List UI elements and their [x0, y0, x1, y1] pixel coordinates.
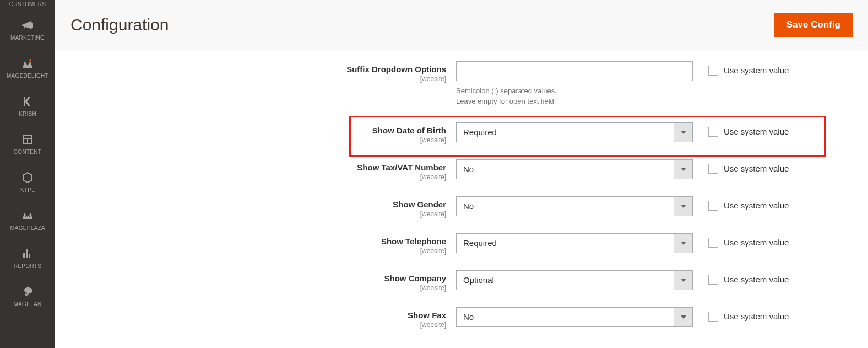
fax-select[interactable]: No — [456, 307, 693, 327]
sidebar-label: KRISH — [19, 111, 36, 117]
use-system-col: Use system value — [708, 61, 789, 76]
sidebar-label: MAGEFAN — [14, 301, 42, 307]
sidebar-item-customers[interactable]: CUSTOMERS — [0, 0, 55, 10]
chevron-down-icon — [674, 234, 692, 253]
sidebar-item-magedelight[interactable]: MAGEDELIGHT — [0, 49, 55, 87]
hexagon-icon — [20, 170, 35, 185]
field-label-col: Show Telephone [website] — [70, 233, 456, 255]
content-icon — [20, 132, 35, 147]
field-row-telephone: Show Telephone [website] Required Use sy… — [70, 233, 853, 255]
field-scope: [website] — [70, 173, 446, 181]
field-label-col: Show Company [website] — [70, 270, 456, 292]
field-label-col: Suffix Dropdown Options [website] — [70, 61, 456, 83]
sidebar-item-mageplaza[interactable]: MAGEPLAZA — [0, 201, 55, 239]
magedelight-icon — [20, 56, 35, 71]
field-control-col: No — [456, 307, 693, 327]
use-system-label: Use system value — [724, 201, 789, 210]
field-label: Show Company — [70, 274, 446, 283]
suffix-helper: Semicolon (;) separated values. Leave em… — [456, 85, 693, 107]
field-control-col: Required — [456, 122, 693, 142]
gender-select[interactable]: No — [456, 196, 693, 216]
reports-icon — [20, 247, 35, 261]
sidebar-item-krish[interactable]: KRISH — [0, 87, 55, 125]
use-system-checkbox[interactable] — [708, 127, 718, 137]
sidebar-label: MARKETING — [10, 35, 45, 41]
chevron-down-icon — [674, 123, 692, 142]
megaphone-icon — [20, 18, 35, 33]
use-system-checkbox[interactable] — [708, 238, 718, 248]
admin-sidebar: CUSTOMERS MARKETING MAGEDELIGHT KRISH CO… — [0, 0, 55, 348]
field-label: Show Gender — [70, 200, 446, 209]
sidebar-label: KTPL — [20, 187, 35, 193]
sidebar-item-magefan[interactable]: MAGEFAN — [0, 277, 55, 315]
use-system-checkbox[interactable] — [708, 66, 718, 76]
field-scope: [website] — [70, 75, 446, 83]
field-label-col: Show Fax [website] — [70, 307, 456, 329]
select-value: No — [457, 201, 674, 211]
field-scope: [website] — [70, 284, 446, 292]
field-label: Show Date of Birth — [70, 126, 446, 135]
select-value: No — [457, 312, 674, 322]
dob-select[interactable]: Required — [456, 122, 693, 142]
use-system-checkbox[interactable] — [708, 201, 718, 211]
taxvat-select[interactable]: No — [456, 159, 693, 179]
field-control-col: No — [456, 196, 693, 216]
company-select[interactable]: Optional — [456, 270, 693, 290]
field-row-dob: Show Date of Birth [website] Required Us… — [70, 122, 853, 144]
sidebar-label: CONTENT — [14, 149, 41, 155]
sidebar-label: CUSTOMERS — [9, 1, 46, 7]
use-system-label: Use system value — [724, 66, 789, 75]
suffix-input-wrap — [456, 61, 693, 81]
save-config-button[interactable]: Save Config — [774, 13, 853, 37]
field-scope: [website] — [70, 247, 446, 255]
field-row-suffix: Suffix Dropdown Options [website] Semico… — [70, 61, 853, 107]
sidebar-label: MAGEPLAZA — [10, 225, 45, 231]
use-system-checkbox[interactable] — [708, 164, 718, 174]
use-system-col: Use system value — [708, 233, 789, 248]
sidebar-item-content[interactable]: CONTENT — [0, 125, 55, 163]
use-system-col: Use system value — [708, 122, 789, 137]
field-control-col: No — [456, 159, 693, 179]
page-title: Configuration — [70, 15, 169, 34]
use-system-label: Use system value — [724, 127, 789, 136]
telephone-select[interactable]: Required — [456, 233, 693, 253]
config-form: Suffix Dropdown Options [website] Semico… — [55, 50, 868, 348]
use-system-checkbox[interactable] — [708, 312, 718, 322]
use-system-label: Use system value — [724, 275, 789, 284]
use-system-col: Use system value — [708, 159, 789, 174]
sidebar-item-reports[interactable]: REPORTS — [0, 239, 55, 277]
field-control-col: Semicolon (;) separated values. Leave em… — [456, 61, 693, 107]
field-row-company: Show Company [website] Optional Use syst… — [70, 270, 853, 292]
suffix-input[interactable] — [457, 62, 692, 81]
field-scope: [website] — [70, 321, 446, 329]
field-label: Show Tax/VAT Number — [70, 163, 446, 172]
svg-point-0 — [29, 59, 31, 61]
field-label: Show Telephone — [70, 237, 446, 246]
magefan-icon — [20, 285, 35, 299]
select-value: Optional — [457, 275, 674, 285]
field-scope: [website] — [70, 136, 446, 144]
main-content: Configuration Save Config Suffix Dropdow… — [55, 0, 868, 348]
use-system-col: Use system value — [708, 196, 789, 211]
mageplaza-icon — [20, 208, 35, 223]
field-label-col: Show Gender [website] — [70, 196, 456, 218]
select-value: Required — [457, 127, 674, 137]
select-value: No — [457, 164, 674, 174]
chevron-down-icon — [674, 308, 692, 326]
use-system-label: Use system value — [724, 238, 789, 247]
use-system-col: Use system value — [708, 270, 789, 285]
chevron-down-icon — [674, 197, 692, 216]
field-row-gender: Show Gender [website] No Use system valu… — [70, 196, 853, 218]
field-label: Show Fax — [70, 310, 446, 320]
chevron-down-icon — [674, 160, 692, 179]
sidebar-label: REPORTS — [14, 263, 41, 269]
select-value: Required — [457, 238, 674, 248]
use-system-checkbox[interactable] — [708, 275, 718, 285]
sidebar-item-ktpl[interactable]: KTPL — [0, 163, 55, 201]
field-label-col: Show Tax/VAT Number [website] — [70, 159, 456, 181]
page-header: Configuration Save Config — [55, 0, 868, 50]
sidebar-item-marketing[interactable]: MARKETING — [0, 10, 55, 49]
use-system-label: Use system value — [724, 312, 789, 321]
field-control-col: Required — [456, 233, 693, 253]
field-label: Suffix Dropdown Options — [70, 65, 446, 74]
